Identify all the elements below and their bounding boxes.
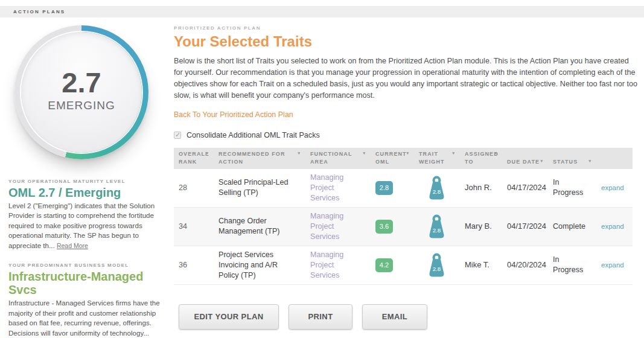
current-oml-badge: 2.8	[375, 181, 393, 195]
col-header-label: FUNCTIONAL AREA	[310, 151, 352, 165]
cell-overall-rank: 36	[174, 257, 214, 274]
cell-status: In Progress	[548, 174, 596, 202]
sort-icon[interactable]: ▾	[363, 150, 366, 156]
cell-status: Complete	[548, 218, 596, 235]
print-button[interactable]: PRINT	[289, 304, 352, 330]
col-header-current-oml[interactable]: CURRENT OML▾	[371, 150, 414, 166]
cell-expand: expand	[596, 179, 633, 197]
col-header-due-date[interactable]: DUE DATE▾	[502, 158, 548, 166]
business-model-body: Infrastructure - Managed Services firms …	[8, 298, 161, 338]
col-header-recommended-action[interactable]: RECOMMENDED FOR ACTION▾	[214, 150, 305, 166]
cell-due-date: 04/20/2024	[502, 256, 548, 274]
cell-trait-weight: 2.8	[414, 249, 460, 281]
sidebar: 2.7 EMERGING YOUR OPERATIONAL MATURITY L…	[8, 24, 161, 338]
module-eyebrow: PRIORITIZED ACTION PLAN	[174, 25, 637, 31]
cell-functional-area-link[interactable]: Managing Project Services	[305, 246, 371, 284]
action-plans-page: ACTION PLANS 2.7 EMERGING YOUR OPERATION…	[0, 0, 644, 338]
traits-table: OVERALL RANK▾ RECOMMENDED FOR ACTION▾ FU…	[174, 148, 633, 285]
cell-recommended-action: Project Services Invoicing and A/R Polic…	[214, 246, 305, 284]
edit-your-plan-button[interactable]: EDIT YOUR PLAN	[179, 304, 279, 330]
table-row: 34 Change Order Management (TP) Managing…	[174, 208, 633, 246]
maturity-eyebrow: YOUR OPERATIONAL MATURITY LEVEL	[8, 179, 161, 184]
sort-icon[interactable]: ▾	[588, 158, 591, 164]
business-model-section: YOUR PREDOMINANT BUSINESS MODEL Infrastr…	[8, 263, 161, 338]
cell-overall-rank: 34	[174, 218, 214, 235]
cell-overall-rank: 28	[174, 179, 214, 197]
consolidate-checkbox-label: Consolidate Additional OML Trait Packs	[187, 131, 320, 139]
current-oml-badge: 4.2	[375, 258, 393, 272]
cell-current-oml: 4.2	[371, 255, 414, 276]
intro-paragraph: Below is the short list of Traits you se…	[174, 56, 637, 102]
page-title: Your Selected Traits	[174, 33, 637, 50]
cell-assigned-to: John R.	[460, 179, 502, 197]
cell-due-date: 04/17/2024	[502, 179, 548, 197]
weight-icon: 2.8	[427, 176, 447, 200]
col-header-overall-rank[interactable]: OVERALL RANK▾	[174, 150, 214, 166]
consolidate-checkbox[interactable]	[174, 132, 181, 139]
expand-link[interactable]: expand	[601, 184, 624, 191]
col-header-label: DUE DATE	[507, 159, 540, 165]
cell-trait-weight: 2.8	[414, 172, 460, 203]
oml-score: 2.7	[62, 68, 101, 97]
col-header-assigned-to[interactable]: ASSIGNED TO▾	[460, 150, 502, 166]
business-model-heading: Infrastructure-Managed Svcs	[8, 270, 161, 296]
expand-link[interactable]: expand	[601, 223, 624, 230]
expand-link[interactable]: expand	[601, 261, 624, 269]
col-header-status[interactable]: STATUS▾	[548, 158, 596, 166]
sort-icon[interactable]: ▾	[406, 150, 409, 156]
col-header-label: STATUS	[553, 159, 578, 165]
main-content: PRIORITIZED ACTION PLAN Your Selected Tr…	[174, 25, 637, 330]
col-header-label: ASSIGNED TO	[465, 151, 499, 165]
email-button[interactable]: EMAIL	[362, 304, 427, 330]
cell-due-date: 04/17/2024	[502, 217, 548, 235]
col-header-label: RECOMMENDED FOR ACTION	[218, 151, 285, 165]
trait-weight-value: 2.8	[432, 188, 441, 195]
cell-trait-weight: 2.8	[414, 211, 460, 242]
sort-icon[interactable]: ▾	[206, 150, 209, 156]
oml-gauge-inner: 2.7 EMERGING	[21, 32, 142, 153]
cell-functional-area-link[interactable]: Managing Project Services	[305, 208, 371, 246]
cell-current-oml: 3.6	[371, 216, 414, 237]
back-to-plan-link[interactable]: Back To Your Prioritized Action Plan	[174, 110, 293, 119]
maturity-read-more-link[interactable]: Read More	[57, 242, 88, 249]
cell-current-oml: 2.8	[371, 177, 414, 199]
cell-expand: expand	[596, 257, 633, 274]
sort-icon[interactable]: ▾	[452, 150, 455, 156]
table-row: 28 Scaled Principal-Led Selling (TP) Man…	[174, 169, 633, 208]
consolidate-row: Consolidate Additional OML Trait Packs	[174, 131, 637, 139]
top-bar: ACTION PLANS	[0, 6, 644, 18]
cell-status: In Progress	[548, 251, 596, 279]
maturity-body: Level 2 ("Emerging") indicates that the …	[8, 201, 161, 250]
weight-icon: 2.8	[427, 214, 447, 238]
oml-level-label: EMERGING	[48, 99, 115, 112]
cell-recommended-action: Change Order Management (TP)	[214, 212, 305, 240]
col-header-label: TRAIT WEIGHT	[419, 151, 445, 165]
sort-icon[interactable]: ▾	[540, 158, 543, 164]
cell-assigned-to: Mary B.	[460, 217, 502, 235]
top-bar-title: ACTION PLANS	[0, 9, 65, 14]
sort-icon[interactable]: ▾	[494, 150, 497, 156]
current-oml-badge: 3.6	[375, 220, 393, 234]
cell-functional-area-link[interactable]: Managing Project Services	[305, 169, 371, 207]
table-row: 36 Project Services Invoicing and A/R Po…	[174, 246, 633, 285]
col-header-label: OVERALL RANK	[179, 151, 209, 165]
maturity-heading: OML 2.7 / Emerging	[8, 186, 161, 199]
maturity-section: YOUR OPERATIONAL MATURITY LEVEL OML 2.7 …	[8, 179, 161, 250]
cell-expand: expand	[596, 218, 633, 235]
table-header-row: OVERALL RANK▾ RECOMMENDED FOR ACTION▾ FU…	[174, 148, 633, 169]
oml-gauge-wrap: 2.7 EMERGING	[14, 25, 148, 159]
business-model-eyebrow: YOUR PREDOMINANT BUSINESS MODEL	[8, 263, 161, 268]
sort-icon[interactable]: ▾	[298, 150, 301, 156]
weight-icon: 2.8	[427, 253, 447, 277]
col-header-label: CURRENT OML	[375, 151, 407, 165]
action-buttons: EDIT YOUR PLAN PRINT EMAIL	[179, 304, 637, 330]
trait-weight-value: 2.8	[432, 227, 441, 234]
trait-weight-value: 2.8	[432, 266, 441, 272]
col-header-trait-weight[interactable]: TRAIT WEIGHT▾	[414, 150, 460, 166]
cell-recommended-action: Scaled Principal-Led Selling (TP)	[214, 174, 305, 202]
oml-gauge: 2.7 EMERGING	[14, 25, 148, 159]
col-header-functional-area[interactable]: FUNCTIONAL AREA▾	[305, 150, 371, 166]
cell-assigned-to: Mike T.	[460, 256, 502, 274]
